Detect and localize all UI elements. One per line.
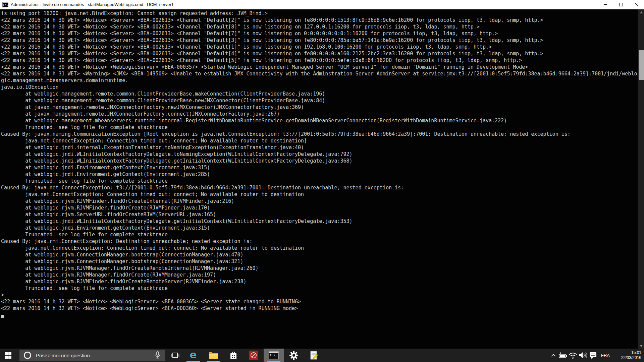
tray-chevron-button[interactable] (549, 349, 558, 362)
maximize-icon (619, 3, 623, 6)
network-status[interactable] (568, 349, 578, 362)
console-line: at weblogic.jndi.Environment.getContext(… (1, 225, 638, 231)
task-view-icon (170, 351, 180, 360)
console-window: is using port 16200: java.net.BindExcept… (0, 9, 644, 349)
console-line: at weblogic.management.remote.common.Cli… (1, 97, 638, 104)
console-line: at weblogic.jndi.WLInitialContextFactory… (1, 158, 638, 164)
console-line: <22 mars 2016 14 h 30 WET> <Notice> <Web… (1, 64, 638, 70)
console-line: at weblogic.rjvm.ConnectionManager.boots… (1, 251, 638, 258)
scroll-up-arrow-icon[interactable] (638, 9, 644, 15)
taskbar: Posez-moi une question. e (0, 349, 644, 362)
action-center-button[interactable] (588, 349, 598, 362)
battery-status[interactable] (558, 349, 568, 362)
console-line: at weblogic.rjvm.RJVMFinder.findOrCreate… (1, 204, 638, 211)
minimize-icon (604, 3, 607, 6)
console-line: gic.management.mbeanservers.domainruntim… (1, 77, 638, 84)
clock-date: 22/03/2016 (615, 355, 641, 360)
console-line: at weblogic.rjvm.RJVMManager.findOrCreat… (1, 272, 638, 278)
taskbar-item-red-app[interactable] (244, 349, 264, 362)
taskbar-item-text-editor[interactable] (304, 349, 324, 362)
taskbar-item-command-prompt[interactable]: C:\_ (264, 349, 284, 362)
wifi-icon (569, 352, 577, 359)
maximize-button[interactable] (613, 0, 629, 9)
console-line: at weblogic.jndi.Environment.getContext(… (1, 171, 638, 178)
console-line: at weblogic.management.mbeanservers.runt… (1, 117, 638, 124)
console-line: at weblogic.jndi.Environment.getContext(… (1, 164, 638, 171)
settings-gear-icon (289, 351, 299, 360)
search-placeholder: Posez-moi une question. (36, 353, 91, 358)
console-line: Truncated. see log file for complete sta… (1, 285, 638, 292)
console-line: Caused By: java.net.ConnectException: t3… (1, 184, 638, 191)
taskbar-item-edge[interactable]: e (183, 349, 203, 362)
console-line: at weblogic.rjvm.ServerURL.findOrCreateR… (1, 211, 638, 218)
console-line: at weblogic.rjvm.RJVMManager.findOrCreat… (1, 265, 638, 272)
chevron-up-icon (551, 354, 556, 357)
console-line: at javax.management.remote.JMXConnectorF… (1, 111, 638, 117)
minimize-button[interactable] (598, 0, 613, 9)
console-line: Truncated. see log file for complete sta… (1, 231, 638, 238)
window-title: Administrateur : Invite de commandes - s… (11, 2, 174, 7)
console-line: <22 mars 2016 14 h 30 WET> <Notice> <Ser… (1, 44, 638, 50)
scrollbar[interactable] (638, 9, 644, 349)
console-line: <22 mars 2016 14 h 30 WET> <Notice> <Ser… (1, 50, 638, 57)
console-line: <22 mars 2016 14 h 30 WET> <Notice> <Ser… (1, 23, 638, 30)
console-line: <22 mars 2016 14 h 30 WET> <Notice> <Ser… (1, 37, 638, 44)
window-titlebar: C:\ Administrateur : Invite de commandes… (0, 0, 644, 9)
microphone-icon[interactable] (154, 351, 161, 359)
console-line: Caused By: javax.naming.CommunicationExc… (1, 131, 638, 137)
task-view-button[interactable] (167, 349, 183, 362)
console-line: java.net.ConnectException: Connection ti… (1, 191, 638, 198)
console-line: java.net.ConnectException: Connection ti… (1, 245, 638, 251)
console-line: at weblogic.rjvm.ConnectionManager.boots… (1, 258, 638, 265)
system-tray: FRA 15:01 22/03/2016 (549, 349, 644, 362)
close-button[interactable] (629, 0, 644, 9)
taskbar-item-store[interactable] (223, 349, 244, 362)
volume-control[interactable] (578, 349, 588, 362)
taskbar-item-file-explorer[interactable] (203, 349, 223, 362)
console-output: is using port 16200: java.net.BindExcept… (1, 10, 638, 318)
file-explorer-icon (208, 351, 218, 359)
svg-text:C:\: C:\ (3, 4, 8, 7)
console-line: <22 mars 2016 14 h 31 WET> <Warning> <JM… (1, 70, 638, 77)
console-line: java.io.IOException (1, 84, 638, 90)
store-icon (229, 351, 238, 360)
console-line: at javax.management.remote.JMXConnectorF… (1, 104, 638, 111)
console-line: <22 mars 2016 14 h 30 WET> <Notice> <Ser… (1, 17, 638, 23)
command-prompt-icon: C:\ (2, 2, 8, 7)
window-controls (598, 0, 644, 9)
taskbar-item-settings[interactable] (284, 349, 304, 362)
cortana-ring-icon (24, 352, 31, 359)
console-line: > (1, 292, 638, 298)
console-line: at weblogic.jndi.WLInitialContextFactory… (1, 151, 638, 158)
close-icon (635, 3, 638, 6)
console-line: java.net.ConnectException: Connection ti… (1, 137, 638, 144)
windows-logo-icon (5, 352, 11, 359)
console-line: <22 mars 2016 14 h 30 WET> <Notice> <Ser… (1, 57, 638, 64)
console-line: Truncated. see log file for complete sta… (1, 178, 638, 184)
clock-time: 15:01 (615, 350, 641, 355)
language-indicator[interactable]: FRA (598, 353, 612, 358)
console-line: is using port 16200: java.net.BindExcept… (1, 10, 638, 17)
console-line: <22 mars 2016 14 h 30 WET> <Notice> <Ser… (1, 30, 638, 37)
action-center-icon (589, 351, 597, 359)
edge-icon: e (190, 350, 197, 360)
speaker-icon (578, 352, 587, 359)
console-line: at weblogic.jndi.internal.ExceptionTrans… (1, 144, 638, 151)
scroll-down-arrow-icon[interactable] (638, 343, 644, 349)
battery-icon (559, 352, 568, 359)
console-line: Caused By: java.rmi.ConnectException: De… (1, 238, 638, 245)
cortana-search-box[interactable]: Posez-moi une question. (19, 350, 165, 361)
scroll-thumb[interactable] (639, 50, 644, 80)
command-prompt-taskbar-icon: C:\_ (268, 351, 279, 360)
console-line: <22 mars 2016 14 h 32 WET> <Notice> <Web… (1, 298, 638, 305)
red-app-icon (249, 350, 259, 360)
svg-text:C:\_: C:\_ (270, 354, 277, 357)
console-line: at weblogic.management.remote.common.Cli… (1, 90, 638, 97)
text-editor-icon (309, 351, 319, 360)
clock[interactable]: 15:01 22/03/2016 (615, 350, 641, 360)
console-cursor: ▄ (1, 312, 638, 318)
console-line: at weblogic.rjvm.RJVMFinder.findOrCreate… (1, 278, 638, 285)
console-line: <22 mars 2016 14 h 32 WET> <Notice> <Web… (1, 305, 638, 312)
start-button[interactable] (0, 349, 16, 362)
console-line: at weblogic.rjvm.RJVMFinder.findOrCreate… (1, 198, 638, 204)
